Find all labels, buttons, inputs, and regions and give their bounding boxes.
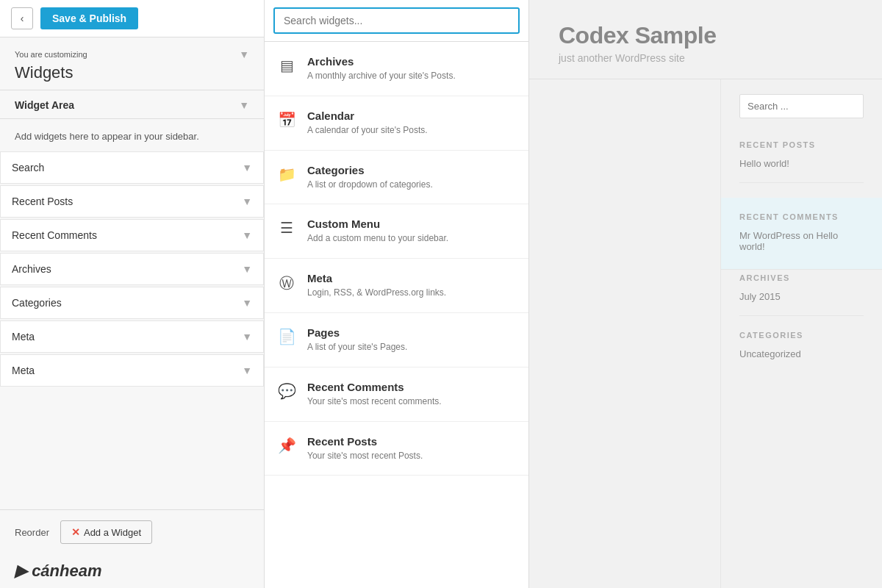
preview-site-header: Codex Sample just another WordPress site <box>529 0 882 79</box>
widget-option-name: Archives <box>307 55 456 68</box>
widget-list-item[interactable]: Meta▼ <box>0 320 264 353</box>
widget-item-arrow: ▼ <box>242 331 252 343</box>
widget-option-item[interactable]: Ⓦ Meta Login, RSS, & WordPress.org links… <box>265 259 528 313</box>
widget-option-icon: 💬 <box>276 382 297 400</box>
widget-list: Search▼Recent Posts▼Recent Comments▼Arch… <box>0 151 264 510</box>
left-customizer-panel: ‹ Save & Publish You are customizing ▼ W… <box>0 0 265 588</box>
widget-option-desc: A calendar of your site's Posts. <box>307 124 428 137</box>
middle-widget-picker: ▤ Archives A monthly archive of your sit… <box>265 0 529 588</box>
widget-option-item[interactable]: 📁 Categories A list or dropdown of categ… <box>265 151 528 205</box>
recent-comments-section: RECENT COMMENTS Mr WordPress on Hello wo… <box>721 198 882 270</box>
categories-section: CATEGORIES Uncategorized <box>739 331 864 373</box>
widget-list-item[interactable]: Archives▼ <box>0 253 264 285</box>
preview-site: Codex Sample just another WordPress site… <box>529 0 882 588</box>
widget-item-arrow: ▼ <box>242 229 252 241</box>
widget-item-label: Meta <box>12 365 35 376</box>
widget-option-icon: ☰ <box>276 219 297 237</box>
add-widget-label: Add a Widget <box>84 527 141 538</box>
save-publish-button[interactable]: Save & Publish <box>40 7 138 29</box>
widget-list-item[interactable]: Search▼ <box>0 151 264 184</box>
categories-title: CATEGORIES <box>739 331 864 340</box>
widget-option-desc: Login, RSS, & WordPress.org links. <box>307 287 446 299</box>
widget-option-item[interactable]: 📅 Calendar A calendar of your site's Pos… <box>265 96 528 151</box>
widget-options-list: ▤ Archives A monthly archive of your sit… <box>265 42 528 588</box>
widget-option-name: Categories <box>307 164 433 176</box>
widget-option-text: Recent Comments Your site's most recent … <box>307 381 442 408</box>
widget-item-label: Categories <box>12 297 62 309</box>
archives-section: ARCHIVES July 2015 <box>739 273 864 316</box>
widget-option-text: Custom Menu Add a custom menu to your si… <box>307 218 448 245</box>
customizing-label: You are customizing ▼ <box>15 49 249 60</box>
site-tagline: just another WordPress site <box>559 52 853 64</box>
widget-area-label: Widget Area <box>15 99 74 111</box>
logo-area: ▶ cánheam <box>0 554 264 588</box>
reorder-button[interactable]: Reorder <box>15 527 49 538</box>
widget-option-item[interactable]: 💬 Recent Comments Your site's most recen… <box>265 368 528 422</box>
widget-option-text: Archives A monthly archive of your site'… <box>307 55 456 82</box>
widget-list-item[interactable]: Meta▼ <box>0 354 264 387</box>
preview-sidebar: RECENT POSTS Hello world! RECENT COMMENT… <box>720 79 882 588</box>
recent-comment-link[interactable]: Mr WordPress on Hello world! <box>739 230 864 252</box>
add-widget-button[interactable]: ✕ Add a Widget <box>60 520 152 544</box>
widget-item-label: Archives <box>12 263 51 275</box>
widget-list-item[interactable]: Recent Posts▼ <box>0 185 264 218</box>
archive-link[interactable]: July 2015 <box>739 291 864 302</box>
widget-option-text: Pages A list of your site's Pages. <box>307 326 407 354</box>
widget-item-arrow: ▼ <box>242 162 252 173</box>
back-button[interactable]: ‹ <box>11 7 33 29</box>
left-footer: Reorder ✕ Add a Widget <box>0 509 264 554</box>
preview-area: Codex Sample just another WordPress site… <box>529 0 882 588</box>
recent-posts-title: RECENT POSTS <box>739 140 864 149</box>
widget-option-desc: Your site's most recent Posts. <box>307 450 423 462</box>
widget-option-item[interactable]: 📌 Recent Posts Your site's most recent P… <box>265 422 528 476</box>
widget-item-arrow: ▼ <box>242 297 252 309</box>
widget-option-desc: Add a custom menu to your sidebar. <box>307 232 448 245</box>
preview-content: RECENT POSTS Hello world! RECENT COMMENT… <box>529 79 882 588</box>
search-widgets-input[interactable] <box>273 7 520 34</box>
left-header: ‹ Save & Publish <box>0 0 264 37</box>
widget-option-item[interactable]: ▤ Archives A monthly archive of your sit… <box>265 42 528 96</box>
widget-option-icon: ▤ <box>276 57 297 74</box>
widget-option-icon: 📁 <box>276 165 297 183</box>
recent-comments-title: RECENT COMMENTS <box>739 212 864 221</box>
logo-text-content: cánheam <box>32 562 101 580</box>
widget-option-icon: 📄 <box>276 328 297 345</box>
widget-list-item[interactable]: Categories▼ <box>0 287 264 319</box>
widgets-title: Widgets <box>15 63 249 82</box>
preview-main <box>529 79 720 588</box>
widget-area-arrow: ▼ <box>239 99 249 111</box>
archives-title: ARCHIVES <box>739 273 864 282</box>
plus-icon: ✕ <box>71 526 80 538</box>
widget-item-arrow: ▼ <box>242 196 252 207</box>
widget-option-name: Pages <box>307 326 407 339</box>
widget-area-section[interactable]: Widget Area ▼ <box>0 90 264 119</box>
widget-option-name: Calendar <box>307 110 428 122</box>
widget-item-label: Recent Comments <box>12 229 97 241</box>
widget-option-name: Meta <box>307 272 446 284</box>
widget-option-icon: 📅 <box>276 111 297 129</box>
widget-option-name: Custom Menu <box>307 218 448 230</box>
widget-option-desc: A list or dropdown of categories. <box>307 179 433 191</box>
widget-option-text: Meta Login, RSS, & WordPress.org links. <box>307 272 446 299</box>
widget-option-text: Recent Posts Your site's most recent Pos… <box>307 435 423 462</box>
recent-post-link[interactable]: Hello world! <box>739 158 864 169</box>
sidebar-search-input[interactable] <box>739 94 864 118</box>
customizing-text: You are customizing <box>15 50 87 59</box>
widget-list-item[interactable]: Recent Comments▼ <box>0 219 264 251</box>
widget-option-item[interactable]: ☰ Custom Menu Add a custom menu to your … <box>265 204 528 259</box>
search-widgets-bar <box>265 0 528 42</box>
widget-option-desc: A list of your site's Pages. <box>307 341 407 354</box>
widget-item-arrow: ▼ <box>242 365 252 376</box>
sidebar-description: Add widgets here to appear in your sideb… <box>0 119 264 151</box>
widget-option-item[interactable]: 📄 Pages A list of your site's Pages. <box>265 313 528 368</box>
widget-option-icon: 📌 <box>276 437 297 454</box>
customizing-arrow: ▼ <box>239 49 249 60</box>
site-title: Codex Sample <box>559 22 853 49</box>
widget-option-name: Recent Comments <box>307 381 442 393</box>
widget-item-label: Search <box>12 162 44 173</box>
category-link[interactable]: Uncategorized <box>739 348 864 359</box>
widget-option-desc: A monthly archive of your site's Posts. <box>307 70 456 82</box>
widget-item-label: Meta <box>12 331 35 343</box>
customizing-section: You are customizing ▼ Widgets <box>0 37 264 90</box>
widget-option-name: Recent Posts <box>307 435 423 448</box>
